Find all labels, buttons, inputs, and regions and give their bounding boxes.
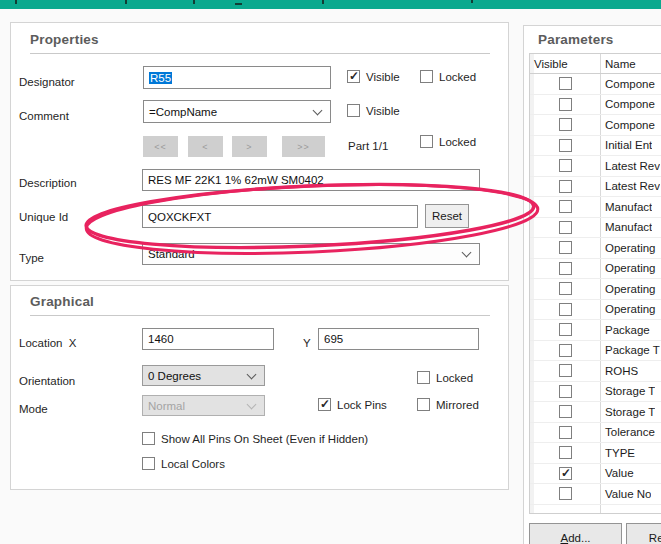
parameter-visible-checkbox[interactable] bbox=[559, 159, 572, 172]
designator-locked-label: Locked bbox=[439, 71, 476, 83]
visible-column-header: Visible bbox=[530, 58, 600, 70]
designator-locked-checkbox[interactable] bbox=[420, 70, 433, 83]
parameter-visible-checkbox[interactable] bbox=[559, 487, 572, 500]
location-x-value: 1460 bbox=[148, 333, 174, 345]
table-row[interactable]: Initial Ent bbox=[530, 136, 661, 157]
unique-id-value: QOXCKFXT bbox=[148, 211, 211, 223]
first-part-button[interactable]: << bbox=[143, 136, 178, 157]
local-colors-checkbox[interactable] bbox=[142, 457, 155, 470]
table-row[interactable]: Operating bbox=[530, 238, 661, 259]
table-row[interactable]: Latest Rev bbox=[530, 177, 661, 198]
parameter-visible-checkbox[interactable] bbox=[559, 405, 572, 418]
remove-button[interactable]: Rem bbox=[626, 523, 661, 544]
location-y-value: 695 bbox=[324, 333, 343, 345]
table-row[interactable]: Compone bbox=[530, 115, 661, 136]
table-row[interactable]: Compone bbox=[530, 74, 661, 95]
table-row[interactable]: Tolerance bbox=[530, 423, 661, 444]
parameter-visible-checkbox[interactable] bbox=[559, 118, 572, 131]
parameter-visible-checkbox[interactable] bbox=[559, 303, 572, 316]
table-row[interactable]: Manufact bbox=[530, 218, 661, 239]
parameter-visible-checkbox[interactable] bbox=[559, 282, 572, 295]
parameter-visible-checkbox[interactable] bbox=[559, 77, 572, 90]
parameter-name: Latest Rev bbox=[600, 160, 660, 172]
table-row[interactable]: Manufact bbox=[530, 197, 661, 218]
parameter-name: Value No bbox=[600, 488, 651, 500]
parameter-visible-checkbox[interactable] bbox=[559, 200, 572, 213]
part-locked-label: Locked bbox=[439, 136, 476, 148]
lock-pins-checkbox[interactable] bbox=[318, 398, 331, 411]
mode-value: Normal bbox=[148, 400, 185, 412]
parameter-name: Tolerance bbox=[600, 426, 655, 438]
parameter-name: Initial Ent bbox=[600, 139, 652, 151]
parameter-name: Operating bbox=[600, 262, 656, 274]
graphical-locked-checkbox[interactable] bbox=[417, 371, 430, 384]
table-row[interactable]: Package bbox=[530, 320, 661, 341]
table-row[interactable]: Value No bbox=[530, 484, 661, 505]
parameter-visible-checkbox[interactable] bbox=[559, 241, 572, 254]
table-header: Visible Name bbox=[530, 54, 661, 74]
divider bbox=[30, 53, 490, 54]
parameter-visible-checkbox[interactable] bbox=[559, 364, 572, 377]
comment-visible-checkbox[interactable] bbox=[347, 104, 360, 117]
table-row[interactable]: Storage T bbox=[530, 382, 661, 403]
parameter-visible-checkbox[interactable] bbox=[559, 467, 572, 480]
last-part-button[interactable]: >> bbox=[282, 136, 325, 157]
designator-visible-checkbox[interactable] bbox=[347, 70, 360, 83]
table-row[interactable]: TYPE bbox=[530, 443, 661, 464]
location-y-input[interactable]: 695 bbox=[318, 328, 479, 350]
type-label: Type bbox=[19, 252, 44, 264]
previous-part-button[interactable]: < bbox=[188, 136, 223, 157]
orientation-dropdown[interactable]: 0 Degrees bbox=[142, 365, 265, 386]
type-dropdown[interactable]: Standard bbox=[142, 243, 480, 265]
description-input[interactable]: RES MF 22K1 1% 62mW SM0402 bbox=[142, 169, 480, 191]
table-row[interactable]: Operating bbox=[530, 259, 661, 280]
parameter-visible-checkbox[interactable] bbox=[559, 180, 572, 193]
parameter-visible-checkbox[interactable] bbox=[559, 262, 572, 275]
add-button[interactable]: Add... bbox=[529, 523, 622, 544]
parameter-name: Operating bbox=[600, 303, 656, 315]
graphical-title: Graphical bbox=[30, 294, 94, 309]
table-row[interactable]: Package T bbox=[530, 341, 661, 362]
mode-dropdown: Normal bbox=[142, 395, 265, 416]
description-label: Description bbox=[19, 177, 77, 189]
comment-value: =CompName bbox=[149, 106, 217, 118]
mirrored-checkbox[interactable] bbox=[417, 398, 430, 411]
designator-label: Designator bbox=[19, 76, 75, 88]
parameter-visible-checkbox[interactable] bbox=[559, 385, 572, 398]
parameter-visible-checkbox[interactable] bbox=[559, 446, 572, 459]
designator-input[interactable]: R55 bbox=[143, 66, 331, 89]
table-row[interactable]: Operating bbox=[530, 300, 661, 321]
designator-visible-label: Visible bbox=[366, 71, 400, 83]
table-row[interactable]: ROHS bbox=[530, 361, 661, 382]
table-row[interactable]: Compone bbox=[530, 95, 661, 116]
properties-panel: Properties Designator R55 Visible Locked… bbox=[10, 22, 509, 281]
chevron-down-icon bbox=[247, 369, 257, 379]
table-row[interactable]: Operating bbox=[530, 279, 661, 300]
table-row[interactable]: Value bbox=[530, 464, 661, 485]
titlebar bbox=[0, 0, 661, 9]
parameter-name: Manufact bbox=[600, 221, 652, 233]
parameter-visible-checkbox[interactable] bbox=[559, 98, 572, 111]
parameter-visible-checkbox[interactable] bbox=[559, 344, 572, 357]
parameter-visible-checkbox[interactable] bbox=[559, 139, 572, 152]
orientation-value: 0 Degrees bbox=[148, 370, 201, 382]
add-button-mnemonic: A bbox=[560, 532, 568, 544]
parameter-name: Manufact bbox=[600, 201, 652, 213]
parameter-name: Compone bbox=[600, 78, 655, 90]
table-row[interactable]: Storage T bbox=[530, 402, 661, 423]
show-all-pins-checkbox[interactable] bbox=[142, 432, 155, 445]
comment-visible-label: Visible bbox=[366, 105, 400, 117]
table-row[interactable]: Latest Rev bbox=[530, 156, 661, 177]
parameter-name: TYPE bbox=[600, 447, 635, 459]
next-part-button[interactable]: > bbox=[232, 136, 267, 157]
location-x-label: Location X bbox=[19, 337, 77, 349]
parameter-visible-checkbox[interactable] bbox=[559, 221, 572, 234]
reset-button[interactable]: Reset bbox=[425, 204, 469, 228]
chevron-down-icon bbox=[247, 399, 257, 409]
part-locked-checkbox[interactable] bbox=[420, 135, 433, 148]
location-x-input[interactable]: 1460 bbox=[142, 328, 274, 350]
parameter-visible-checkbox[interactable] bbox=[559, 426, 572, 439]
parameter-visible-checkbox[interactable] bbox=[559, 323, 572, 336]
comment-dropdown[interactable]: =CompName bbox=[143, 100, 331, 123]
unique-id-input[interactable]: QOXCKFXT bbox=[142, 205, 418, 228]
